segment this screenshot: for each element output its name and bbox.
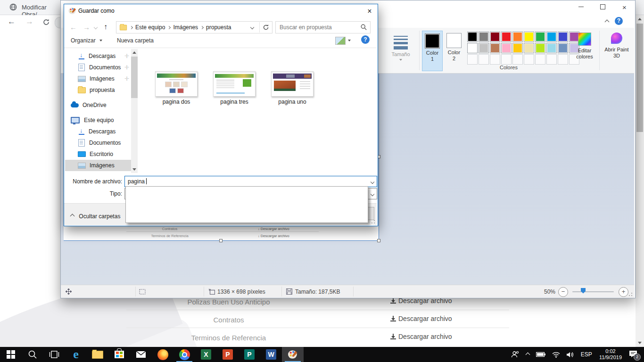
download-link[interactable]: Descargar archivo (390, 333, 452, 340)
scroll-down-icon[interactable] (132, 168, 136, 171)
view-dropdown-icon[interactable] (348, 40, 351, 41)
filename-input[interactable]: pagina (124, 176, 377, 187)
filename-autocomplete-dropdown[interactable] (125, 186, 368, 223)
color-swatch[interactable] (546, 43, 557, 53)
firefox-button[interactable] (152, 347, 173, 362)
color-swatch[interactable] (512, 43, 523, 53)
view-mode-button[interactable] (335, 37, 346, 45)
color-swatch[interactable] (512, 32, 523, 42)
sidebar-item-imagenes-quick[interactable]: Imágenes ⛌ (65, 73, 131, 84)
scroll-up-icon[interactable] (638, 18, 642, 20)
sidebar-item-documentos[interactable]: Documentos (65, 137, 131, 148)
download-link[interactable]: Descargar archivo (390, 315, 452, 322)
wifi-icon[interactable] (552, 352, 560, 358)
color-swatch[interactable] (501, 32, 512, 42)
sidebar-item-descargas[interactable]: ↓ Descargas (65, 126, 131, 137)
browser-forward-icon[interactable]: → (25, 17, 33, 26)
scroll-up-icon[interactable] (132, 51, 136, 54)
color2-button[interactable]: Color 2 (444, 31, 464, 70)
color-swatch[interactable] (490, 43, 500, 53)
zoom-slider-thumb[interactable] (581, 288, 586, 294)
empty-color-slot[interactable] (524, 54, 534, 65)
refresh-icon[interactable] (263, 24, 269, 31)
breadcrumb-images[interactable]: Imágenes (170, 24, 201, 31)
color-swatch[interactable] (546, 32, 557, 42)
sidebar-item-propuesta[interactable]: propuesta (65, 84, 131, 96)
empty-color-slot[interactable] (546, 54, 557, 65)
browser-back-icon[interactable]: ← (8, 17, 16, 26)
minimize-button[interactable] (570, 0, 592, 15)
collapse-ribbon-icon[interactable] (605, 20, 610, 25)
clock[interactable]: 0:02 11/9/2019 (599, 348, 622, 361)
selection-handle[interactable] (377, 239, 380, 242)
recent-locations-icon[interactable] (94, 25, 98, 29)
zoom-slider-track[interactable] (572, 291, 614, 292)
chrome-button[interactable] (173, 347, 195, 362)
empty-color-slot[interactable] (558, 54, 568, 65)
color-swatch[interactable] (524, 43, 534, 53)
search-icon[interactable] (361, 24, 367, 30)
open-paint3d-button[interactable]: Abrir Paint 3D (603, 32, 630, 69)
color-swatch[interactable] (558, 43, 568, 53)
breadcrumb-this-pc[interactable]: Este equipo (132, 24, 168, 31)
color-swatch[interactable] (479, 32, 489, 42)
color-swatch[interactable] (467, 43, 478, 53)
color-swatch[interactable] (558, 32, 568, 42)
cancel-button-edge[interactable] (368, 207, 374, 220)
excel-button[interactable]: X (195, 347, 217, 362)
file-item-pagina-tres[interactable]: pagina tres (208, 71, 260, 105)
up-one-level-icon[interactable]: ↑ (104, 23, 107, 31)
sidebar-item-imagenes[interactable]: Imágenes (65, 160, 131, 171)
sidebar-item-este-equipo[interactable]: Este equipo (65, 115, 131, 126)
color1-button[interactable]: Color 1 (422, 31, 443, 71)
empty-color-slot[interactable] (467, 54, 478, 65)
organize-button[interactable]: Organizar (71, 37, 102, 44)
browser-tab[interactable]: Modificar Obra/ (0, 0, 61, 15)
color-swatch[interactable] (524, 32, 534, 42)
empty-color-slot[interactable] (535, 54, 545, 65)
color-swatch[interactable] (467, 32, 478, 42)
color-swatch[interactable] (501, 43, 512, 53)
action-center-button[interactable]: 2 (629, 350, 637, 359)
task-view-button[interactable] (43, 347, 65, 362)
empty-color-slot[interactable] (501, 54, 512, 65)
sidebar-item-escritorio[interactable]: Escritorio (65, 148, 131, 160)
volume-icon[interactable] (567, 352, 574, 358)
tray-expand-icon[interactable] (525, 352, 530, 357)
mail-button[interactable] (130, 347, 152, 362)
breadcrumb-propuesta[interactable]: propuesta (203, 24, 234, 31)
sidebar-item-descargas-quick[interactable]: ↓ Descargas ⛌ (65, 50, 131, 62)
publisher-button[interactable]: P (239, 347, 260, 362)
size-button[interactable]: Tamaño (386, 32, 415, 69)
powerpoint-button[interactable]: P (217, 347, 239, 362)
empty-color-slot[interactable] (512, 54, 523, 65)
search-input[interactable] (279, 23, 358, 32)
sidebar-item-documentos-quick[interactable]: Documentos ⛌ (65, 62, 131, 73)
close-button[interactable]: × (614, 0, 635, 15)
edge-button[interactable]: e (65, 347, 87, 362)
color-swatch[interactable] (490, 32, 500, 42)
browser-scrollbar[interactable] (636, 15, 644, 347)
search-box[interactable] (275, 21, 371, 33)
zoom-in-button[interactable]: + (619, 287, 628, 297)
empty-color-slot[interactable] (490, 54, 500, 65)
taskbar-search-button[interactable] (22, 347, 43, 362)
selection-handle[interactable] (219, 239, 223, 242)
new-folder-button[interactable]: Nueva carpeta (117, 37, 154, 44)
paint-button[interactable] (282, 347, 304, 362)
color-swatch[interactable] (535, 32, 545, 42)
sidebar-scrollbar[interactable] (131, 49, 138, 173)
file-item-pagina-uno[interactable]: pagina uno (266, 71, 318, 105)
zoom-out-button[interactable]: − (558, 287, 568, 297)
dialog-help-icon[interactable]: ? (361, 35, 370, 44)
browser-reload-icon[interactable] (42, 18, 50, 26)
address-dropdown-icon[interactable] (250, 25, 254, 29)
file-item-pagina-dos[interactable]: pagina dos (150, 71, 202, 105)
dialog-close-button[interactable]: × (364, 6, 375, 16)
scroll-down-icon[interactable] (638, 342, 642, 344)
sidebar-item-onedrive[interactable]: OneDrive (65, 99, 131, 111)
type-dropdown-icon[interactable] (371, 192, 374, 196)
battery-icon[interactable] (536, 352, 545, 357)
file-explorer-button[interactable] (87, 347, 108, 362)
color-swatch[interactable] (479, 43, 489, 53)
